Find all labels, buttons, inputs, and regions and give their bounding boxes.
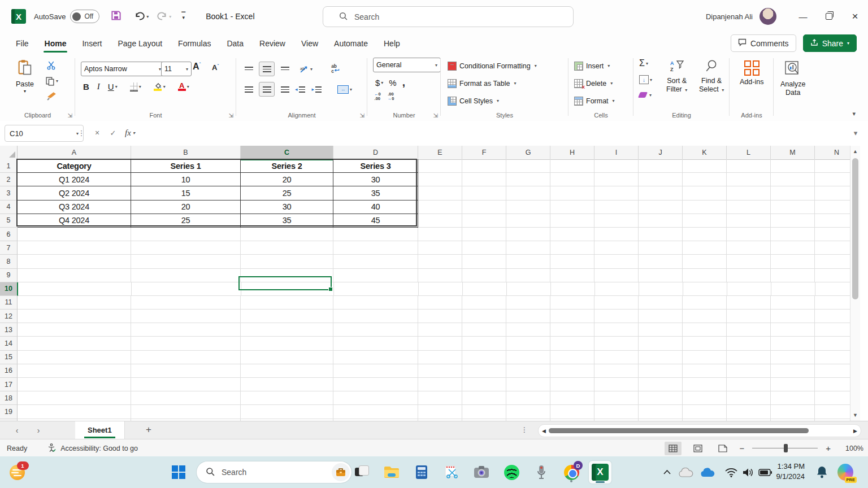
paste-button[interactable]: Paste ▾ bbox=[16, 59, 34, 94]
decrease-font-icon[interactable]: Aˇ bbox=[212, 63, 219, 72]
chrome-button[interactable]: D bbox=[560, 461, 583, 483]
cell-A5[interactable]: Q4 2024 bbox=[18, 214, 131, 228]
cell-D12[interactable] bbox=[333, 310, 418, 323]
zoom-out-icon[interactable]: − bbox=[739, 443, 744, 453]
cell-G2[interactable] bbox=[506, 173, 550, 186]
cell-K7[interactable] bbox=[683, 241, 727, 255]
bold-button[interactable]: B bbox=[83, 82, 89, 91]
cell-D15[interactable] bbox=[333, 351, 418, 364]
cell-C10[interactable] bbox=[241, 282, 334, 296]
cell-B15[interactable] bbox=[131, 351, 241, 364]
cell-G7[interactable] bbox=[506, 241, 550, 255]
excel-taskbar-button[interactable]: X bbox=[589, 461, 611, 483]
row-header-2[interactable]: 2 bbox=[0, 173, 18, 186]
column-header-C[interactable]: C bbox=[241, 146, 333, 160]
cell-H6[interactable] bbox=[550, 228, 594, 241]
cell-I7[interactable] bbox=[594, 241, 639, 255]
cell-B19[interactable] bbox=[131, 405, 241, 419]
column-header-K[interactable]: K bbox=[683, 146, 727, 160]
cell-J18[interactable] bbox=[639, 391, 683, 405]
cell-I11[interactable] bbox=[594, 296, 639, 310]
undo-button[interactable]: ▾ bbox=[134, 11, 149, 21]
format-cells-button[interactable]: Format▾ bbox=[574, 93, 615, 108]
cell-H4[interactable] bbox=[550, 201, 594, 214]
name-box[interactable]: C10 ▾ bbox=[5, 125, 84, 142]
cell-I8[interactable] bbox=[594, 255, 639, 268]
cell-G13[interactable] bbox=[506, 323, 550, 337]
cell-J6[interactable] bbox=[639, 228, 683, 241]
cell-D19[interactable] bbox=[333, 405, 418, 419]
cell-H9[interactable] bbox=[550, 269, 594, 282]
delete-cells-button[interactable]: × Delete▾ bbox=[574, 76, 613, 91]
cell-C16[interactable] bbox=[241, 364, 333, 378]
cell-E9[interactable] bbox=[418, 269, 462, 282]
cell-B13[interactable] bbox=[131, 323, 241, 337]
cell-J10[interactable] bbox=[639, 282, 683, 296]
row-header-8[interactable]: 8 bbox=[0, 255, 18, 268]
autosum-button[interactable]: Σ▾ bbox=[639, 58, 648, 68]
cell-E12[interactable] bbox=[418, 310, 462, 323]
cell-C12[interactable] bbox=[241, 310, 333, 323]
cell-D10[interactable] bbox=[334, 282, 419, 296]
scroll-down-icon[interactable]: ▼ bbox=[850, 411, 860, 420]
column-header-D[interactable]: D bbox=[333, 146, 418, 160]
accessibility-status[interactable]: Accessibility: Good to go bbox=[60, 445, 138, 452]
cell-D2[interactable]: 30 bbox=[333, 173, 418, 186]
cell-F12[interactable] bbox=[462, 310, 506, 323]
cell-A18[interactable] bbox=[18, 391, 131, 405]
percent-style-icon[interactable]: % bbox=[389, 78, 396, 88]
cell-H11[interactable] bbox=[550, 296, 594, 310]
cell-E13[interactable] bbox=[418, 323, 462, 337]
cell-I4[interactable] bbox=[594, 201, 639, 214]
cell-G17[interactable] bbox=[506, 378, 550, 391]
cell-L7[interactable] bbox=[727, 241, 771, 255]
cell-D6[interactable] bbox=[333, 228, 418, 241]
cell-E8[interactable] bbox=[418, 255, 462, 268]
next-sheet-icon[interactable]: › bbox=[32, 426, 45, 435]
cell-B1[interactable]: Series 1 bbox=[131, 159, 241, 173]
copilot-button[interactable]: PRE bbox=[837, 464, 853, 480]
accounting-format-button[interactable]: $▾ bbox=[375, 78, 383, 88]
cell-L5[interactable] bbox=[727, 214, 771, 228]
cell-M7[interactable] bbox=[771, 241, 815, 255]
tab-data[interactable]: Data bbox=[219, 33, 251, 54]
titlebar-search[interactable]: Search bbox=[323, 6, 574, 27]
calculator-button[interactable] bbox=[410, 461, 433, 483]
minimize-button[interactable]: — bbox=[790, 5, 816, 28]
wifi-icon[interactable] bbox=[723, 464, 739, 480]
column-header-L[interactable]: L bbox=[727, 146, 771, 160]
cell-D11[interactable] bbox=[333, 296, 418, 310]
cell-A17[interactable] bbox=[18, 378, 131, 391]
cell-E4[interactable] bbox=[418, 201, 462, 214]
cell-A1[interactable]: Category bbox=[18, 159, 131, 173]
sort-filter-button[interactable]: AZ Sort &Filter ▾ bbox=[666, 59, 687, 94]
align-middle-icon[interactable] bbox=[259, 62, 275, 76]
cell-B18[interactable] bbox=[131, 391, 241, 405]
cell-C6[interactable] bbox=[241, 228, 333, 241]
start-button[interactable] bbox=[171, 464, 186, 480]
task-view-button[interactable] bbox=[350, 461, 373, 483]
save-icon[interactable] bbox=[111, 10, 121, 23]
cell-F13[interactable] bbox=[462, 323, 506, 337]
italic-button[interactable]: I bbox=[97, 82, 100, 91]
cell-L14[interactable] bbox=[727, 337, 771, 350]
autosave-toggle[interactable]: Off bbox=[70, 10, 99, 23]
cell-K16[interactable] bbox=[683, 364, 727, 378]
cell-M9[interactable] bbox=[771, 269, 815, 282]
cell-B9[interactable] bbox=[131, 269, 241, 282]
decrease-decimal-icon[interactable]: .00→0 bbox=[388, 92, 394, 101]
cell-M1[interactable] bbox=[771, 159, 815, 173]
cell-L17[interactable] bbox=[727, 378, 771, 391]
user-avatar[interactable] bbox=[760, 8, 776, 25]
cell-G12[interactable] bbox=[506, 310, 550, 323]
cell-H8[interactable] bbox=[550, 255, 594, 268]
cell-J13[interactable] bbox=[639, 323, 683, 337]
page-layout-view-icon[interactable] bbox=[689, 442, 706, 455]
cell-D8[interactable] bbox=[333, 255, 418, 268]
cell-H16[interactable] bbox=[550, 364, 594, 378]
cell-C3[interactable]: 25 bbox=[241, 186, 333, 200]
cell-H2[interactable] bbox=[550, 173, 594, 186]
cell-I10[interactable] bbox=[595, 282, 639, 296]
cell-C9[interactable] bbox=[241, 269, 333, 282]
cell-I6[interactable] bbox=[594, 228, 639, 241]
